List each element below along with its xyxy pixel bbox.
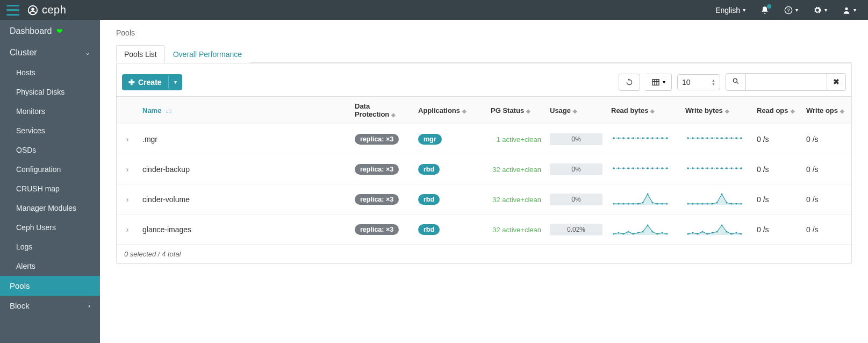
- sidebar-item-manager-modules[interactable]: Manager Modules: [0, 198, 100, 218]
- chevron-right-icon: ›: [126, 195, 129, 204]
- table-row[interactable]: ›cinder-volumereplica: ×3rbd32 active+cl…: [117, 184, 851, 215]
- notifications-button[interactable]: [761, 6, 769, 15]
- tab-pools-list[interactable]: Pools List: [116, 45, 165, 63]
- sidebar-item-physical-disks[interactable]: Physical Disks: [0, 82, 100, 102]
- column-header-read-bytes[interactable]: Read bytes◆: [607, 97, 681, 124]
- columns-toggle-button[interactable]: ▾: [645, 74, 672, 91]
- replica-badge: replica: ×3: [355, 194, 399, 205]
- language-selector[interactable]: English ▾: [715, 6, 745, 15]
- cell-usage: 0%: [546, 184, 607, 215]
- svg-point-12: [618, 137, 620, 139]
- svg-point-20: [656, 137, 658, 139]
- sort-icon: ◆: [791, 108, 795, 114]
- sidebar-item-services[interactable]: Services: [0, 121, 100, 140]
- search-icon: [732, 77, 740, 85]
- user-menu[interactable]: ▾: [842, 6, 856, 15]
- svg-point-18: [647, 137, 649, 139]
- svg-point-105: [736, 232, 737, 234]
- brand-logo[interactable]: ceph: [27, 4, 66, 16]
- usage-bar: 0%: [550, 163, 602, 175]
- refresh-button[interactable]: [619, 74, 640, 91]
- svg-point-4: [845, 7, 848, 10]
- column-header-applications[interactable]: Applications◆: [414, 97, 486, 124]
- sidebar: Dashboard ❤ Cluster ⌄ HostsPhysical Disk…: [0, 20, 100, 343]
- expand-row-button[interactable]: ›: [117, 154, 138, 184]
- search-input[interactable]: [746, 73, 827, 91]
- sidebar-item-block[interactable]: Block ›: [0, 296, 100, 316]
- search-button[interactable]: [726, 73, 746, 91]
- svg-point-31: [726, 137, 728, 139]
- svg-point-102: [721, 225, 723, 226]
- svg-point-64: [637, 203, 639, 205]
- sidebar-item-dashboard[interactable]: Dashboard ❤: [0, 20, 100, 42]
- create-dropdown-toggle[interactable]: ▾: [168, 75, 182, 89]
- svg-point-1: [31, 8, 34, 11]
- svg-point-39: [632, 167, 634, 169]
- menu-toggle-button[interactable]: [6, 5, 19, 16]
- expand-row-button[interactable]: ›: [117, 124, 138, 154]
- create-label: Create: [138, 78, 162, 87]
- sidebar-item-hosts[interactable]: Hosts: [0, 63, 100, 82]
- svg-point-93: [662, 232, 663, 234]
- svg-point-44: [656, 167, 658, 169]
- svg-point-74: [702, 203, 704, 205]
- svg-point-59: [613, 203, 615, 205]
- svg-point-13: [622, 137, 625, 139]
- sort-icon: ◆: [725, 108, 729, 114]
- expand-row-button[interactable]: ›: [117, 215, 138, 245]
- svg-point-43: [651, 167, 654, 169]
- usage-bar: 0%: [550, 194, 602, 205]
- create-button[interactable]: ✚ Create: [122, 74, 168, 90]
- svg-point-86: [628, 231, 629, 233]
- sidebar-item-cluster[interactable]: Cluster ⌄: [0, 42, 100, 63]
- help-menu[interactable]: ? ▾: [784, 6, 798, 15]
- column-header-write-bytes[interactable]: Write bytes◆: [681, 97, 752, 124]
- sidebar-item-alerts[interactable]: Alerts: [0, 256, 100, 276]
- chevron-right-icon: ›: [126, 225, 129, 234]
- page-size-input[interactable]: 10 ▲▼: [677, 74, 720, 90]
- replica-badge: replica: ×3: [355, 164, 399, 175]
- cell-name: cinder-backup: [138, 154, 350, 184]
- svg-point-81: [736, 203, 737, 205]
- table-footer: 0 selected / 4 total: [117, 245, 851, 263]
- cell-write-bytes: [681, 184, 752, 215]
- svg-point-103: [726, 231, 728, 233]
- column-header-pg-status[interactable]: PG Status◆: [486, 97, 546, 124]
- svg-point-87: [633, 233, 634, 235]
- sidebar-item-ceph-users[interactable]: Ceph Users: [0, 218, 100, 237]
- expand-row-button[interactable]: ›: [117, 184, 138, 215]
- sidebar-item-logs[interactable]: Logs: [0, 237, 100, 256]
- column-header-name[interactable]: Name ↓≡: [138, 97, 350, 124]
- column-header-data-protection[interactable]: Data Protection◆: [350, 97, 414, 124]
- svg-point-14: [627, 137, 629, 139]
- cell-read-bytes: [607, 154, 681, 184]
- sidebar-item-configuration[interactable]: Configuration: [0, 160, 100, 179]
- settings-menu[interactable]: ▾: [813, 6, 827, 15]
- svg-point-42: [647, 167, 649, 169]
- column-header-write-ops[interactable]: Write ops◆: [802, 97, 851, 124]
- svg-point-32: [730, 137, 733, 139]
- svg-point-88: [637, 232, 639, 234]
- cell-applications: rbd: [414, 184, 486, 215]
- column-header-read-ops[interactable]: Read ops◆: [752, 97, 802, 124]
- svg-point-41: [642, 167, 644, 169]
- table-row[interactable]: ›glance-imagesreplica: ×3rbd32 active+cl…: [117, 215, 851, 245]
- tab-overall-performance[interactable]: Overall Performance: [165, 45, 250, 63]
- table-row[interactable]: ›cinder-backupreplica: ×3rbd32 active+cl…: [117, 154, 851, 184]
- search-clear-button[interactable]: ✖: [827, 73, 846, 91]
- caret-down-icon: ▾: [824, 7, 827, 13]
- svg-point-28: [711, 137, 713, 139]
- sidebar-item-pools[interactable]: Pools: [0, 276, 100, 296]
- svg-point-67: [652, 202, 654, 204]
- sidebar-item-monitors[interactable]: Monitors: [0, 102, 100, 121]
- svg-point-53: [716, 167, 718, 169]
- sidebar-item-osds[interactable]: OSDs: [0, 140, 100, 160]
- column-header-usage[interactable]: Usage◆: [546, 97, 607, 124]
- cell-applications: mgr: [414, 124, 486, 154]
- plus-icon: ✚: [128, 78, 135, 87]
- health-status-icon: ❤: [56, 27, 63, 35]
- svg-point-51: [706, 167, 708, 169]
- table-row[interactable]: ›.mgrreplica: ×3mgr1 active+clean0%0 /s0…: [117, 124, 851, 154]
- sidebar-item-crush-map[interactable]: CRUSH map: [0, 179, 100, 198]
- cell-name: .mgr: [138, 124, 350, 154]
